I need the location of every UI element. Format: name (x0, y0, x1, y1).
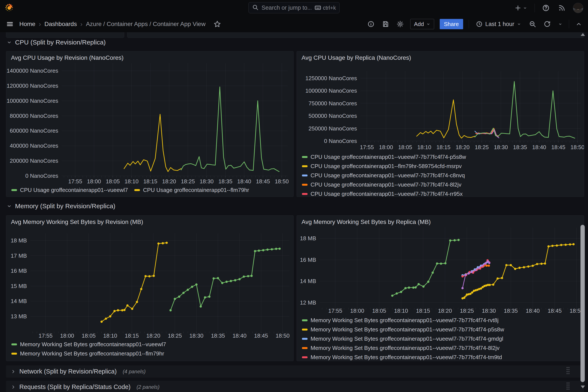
legend-item[interactable]: Memory Working Set Bytes groffecontainer… (12, 340, 166, 349)
legend-swatch (12, 353, 17, 354)
chevron-down-icon (426, 22, 430, 26)
legend-item[interactable]: Memory Working Set Bytes groffecontainer… (302, 325, 504, 334)
mega-menu-button[interactable] (5, 19, 14, 29)
legend-swatch (302, 193, 308, 195)
legend-item[interactable]: CPU Usage groffecontainerapp01--vueewl7-… (302, 171, 466, 180)
legend-item[interactable]: Memory Working Set Bytes groffecontainer… (12, 349, 166, 358)
row-network-collapsed[interactable]: Network (Split by Revision/Replica) (4 p… (6, 365, 584, 378)
y-axis-label: 750000 NanoCores (308, 100, 357, 106)
chart-canvas[interactable]: 1400000 NanoCores1200000 NanoCores100000… (6, 51, 293, 197)
legend-item[interactable]: CPU Usage groffecontainerapp01--vueewl7 (12, 186, 128, 195)
collapse-toolbar-button[interactable] (575, 20, 583, 28)
legend-label: Memory Working Set Bytes groffecontainer… (310, 345, 500, 352)
legend-item[interactable]: Memory Working Set Bytes groffecontainer… (302, 344, 504, 353)
x-axis-label: 18:50 (276, 332, 290, 339)
scroll-up-arrow[interactable] (581, 33, 585, 36)
legend-item[interactable]: CPU Usage groffecontainerapp01--vueewl7-… (302, 152, 466, 162)
grafana-logo-icon[interactable] (4, 3, 14, 13)
legend-item[interactable]: Memory Working Set Bytes groffecontainer… (302, 334, 504, 344)
legend-label: Memory Working Set Bytes groffecontainer… (310, 354, 502, 360)
section-header-cpu[interactable]: CPU (Split by Revision/Replica) (6, 39, 106, 46)
x-axis-label: 18:00 (60, 332, 74, 339)
help-button[interactable] (541, 3, 550, 13)
legend-swatch (302, 338, 308, 340)
global-search[interactable]: ctrl+k (248, 2, 340, 13)
y-axis-label: 800000 NanoCores (10, 112, 58, 119)
toolbar-right-actions: Add Share Last 1 hour (366, 19, 583, 29)
nav-right-actions (514, 0, 583, 16)
legend-swatch (12, 344, 17, 345)
chart-series (124, 114, 181, 172)
gear-icon (396, 20, 404, 28)
search-shortcut: ctrl+k (314, 4, 336, 11)
chevron-up-icon (576, 21, 582, 27)
legend-swatch (302, 184, 308, 186)
drag-dots-icon (565, 366, 571, 375)
legend-item[interactable]: Memory Working Set Bytes groffecontainer… (302, 316, 504, 325)
chart-canvas[interactable]: 18 MB17 MB16 MB15 MB14 MB13 MB17:5518:00… (6, 216, 293, 361)
y-axis-label: 600000 NanoCores (10, 128, 58, 134)
row-requests-collapsed[interactable]: Requests (Split by Replica/Status Code) … (6, 381, 584, 392)
legend-swatch (12, 189, 17, 191)
refresh-interval-button[interactable] (557, 21, 563, 27)
row-title: Requests (Split by Replica/Status Code) (19, 384, 130, 390)
legend-item[interactable]: CPU Usage groffecontainerapp01--flm79hr (134, 186, 249, 195)
y-axis-label: 1000000 NanoCores (7, 98, 58, 104)
chart-series (392, 240, 458, 296)
favorite-star-button[interactable] (213, 20, 222, 28)
zoom-out-time-button[interactable] (528, 20, 537, 28)
search-input[interactable] (261, 4, 312, 12)
user-avatar[interactable] (573, 3, 583, 13)
create-new-button[interactable] (514, 4, 528, 12)
y-axis-label: 1250000 NanoCores (306, 75, 357, 82)
y-axis-label: 14 MB (300, 278, 316, 284)
x-axis-label: 18:50 (570, 144, 584, 150)
y-axis-label: 200000 NanoCores (10, 158, 58, 164)
dashboard-insights-button[interactable] (366, 20, 376, 28)
legend-item[interactable]: CPU Usage groffecontainerapp01--vueewl7-… (302, 180, 466, 189)
row-drag-handle[interactable] (565, 382, 571, 392)
share-button[interactable]: Share (440, 19, 463, 29)
chart-series (171, 249, 280, 310)
row-panel-count: (4 panels) (123, 368, 146, 374)
breadcrumb-dashboards[interactable]: Dashboards (44, 21, 77, 28)
section-header-memory[interactable]: Memory (Split by Revision/Replica) (6, 202, 116, 210)
dashboard-settings-button[interactable] (396, 20, 405, 28)
news-button[interactable] (557, 3, 566, 13)
save-dashboard-button[interactable] (381, 20, 390, 28)
y-axis-label: 18 MB (300, 235, 316, 242)
chevron-down-icon (558, 22, 562, 26)
legend-item[interactable]: CPU Usage groffecontainerapp01--vueewl7-… (302, 189, 466, 197)
breadcrumb-home[interactable]: Home (19, 21, 36, 28)
rss-icon (558, 4, 566, 12)
legend-label: CPU Usage groffecontainerapp01--flm79hr-… (310, 163, 462, 170)
breadcrumb-separator-icon: › (39, 20, 41, 28)
x-axis-label: 18:30 (189, 332, 203, 339)
y-axis-label: 1000000 NanoCores (306, 88, 357, 94)
panel-avg-cpu-usage-by-revision: Avg CPU Usage by Revision (NanoCores) 14… (6, 51, 294, 197)
scrollbar-thumb[interactable] (580, 225, 585, 382)
dashboard-canvas: CPU (Split by Revision/Replica) Avg CPU … (0, 32, 588, 392)
chart-legend: Memory Working Set Bytes groffecontainer… (302, 316, 504, 361)
help-icon (542, 4, 550, 12)
legend-label: CPU Usage groffecontainerapp01--vueewl7-… (310, 182, 462, 188)
refresh-icon (544, 20, 551, 28)
x-axis-label: 17:55 (360, 144, 374, 150)
y-axis-label: 16 MB (300, 256, 316, 263)
x-axis-label: 18:15 (125, 332, 139, 339)
scroll-down-arrow[interactable] (581, 386, 585, 388)
y-axis-label: 400000 NanoCores (10, 142, 58, 149)
legend-item[interactable]: CPU Usage groffecontainerapp01--flm79hr-… (302, 162, 466, 171)
row-title: Network (Split by Revision/Replica) (19, 368, 117, 375)
x-axis-label: 18:50 (275, 178, 289, 184)
refresh-button[interactable] (543, 20, 552, 28)
panel-avg-cpu-usage-by-replica: Avg CPU Usage by Replica (NanoCores) 125… (296, 51, 584, 197)
chart-series (475, 82, 575, 138)
add-panel-button[interactable]: Add (410, 19, 434, 29)
row-panel-count: (2 panels) (136, 384, 160, 390)
x-axis-label: 18:00 (87, 178, 101, 184)
row-drag-handle[interactable] (565, 366, 571, 376)
legend-item[interactable]: Memory Working Set Bytes groffecontainer… (302, 353, 504, 361)
time-range-picker[interactable]: Last 1 hour (474, 20, 522, 28)
x-axis-label: 18:35 (513, 144, 527, 150)
